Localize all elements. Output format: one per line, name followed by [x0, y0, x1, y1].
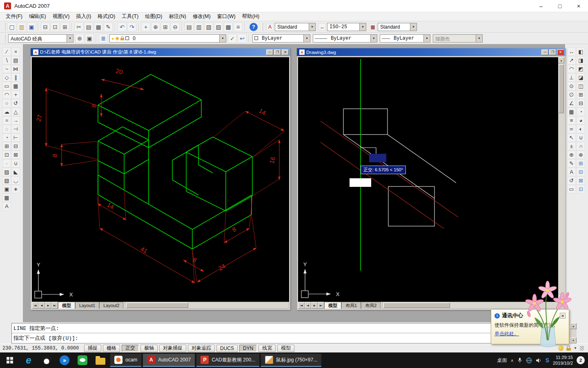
baseline-dimension-icon[interactable]: ≡	[567, 116, 576, 125]
extend-icon[interactable]: ⊢	[11, 133, 20, 142]
region-icon[interactable]: ▣	[2, 185, 11, 193]
stretch-icon[interactable]: →	[11, 116, 20, 125]
menu-item-窗口(W)[interactable]: 窗口(W)	[214, 12, 239, 21]
sogou-input-icon[interactable]: S	[546, 357, 549, 364]
status-toggle-对象捕捉[interactable]: 对象捕捉	[159, 345, 186, 352]
diameter-dimension-icon[interactable]: ∅	[567, 90, 576, 99]
zoom-window-icon[interactable]: ⊞	[161, 22, 170, 31]
explorer-icon[interactable]	[91, 352, 109, 368]
toolbar-grip[interactable]	[4, 34, 5, 43]
status-toggle-捕捉[interactable]: 捕捉	[84, 345, 101, 352]
make-block-icon[interactable]: ⊡	[2, 150, 11, 159]
start-button[interactable]	[0, 352, 20, 368]
explode-icon[interactable]: ∗	[11, 185, 20, 193]
doc-close-button[interactable]: ✕	[282, 49, 289, 55]
layer-color-swatch[interactable]	[125, 36, 129, 40]
menu-item-插入(I)[interactable]: 插入(I)	[73, 12, 94, 21]
clock[interactable]: 11:29:15 2019/10/2	[553, 355, 573, 366]
doc2-tab-布局2[interactable]: 布局2	[361, 302, 381, 309]
doc1-tab-Layout1[interactable]: Layout1	[75, 302, 99, 309]
calculator-icon[interactable]: ≡	[234, 22, 243, 31]
status-toggle-极轴[interactable]: 极轴	[140, 345, 158, 352]
doc-minimize-button[interactable]: ─	[541, 49, 548, 55]
command-input-line[interactable]: 指定下一点或 [放弃(U)]:	[12, 333, 569, 343]
chevron-down-icon[interactable]: ▼	[410, 23, 416, 31]
doc1-tab-模型[interactable]: 模型	[58, 302, 75, 309]
doc-restore-button[interactable]: ❐	[549, 49, 556, 55]
chevron-down-icon[interactable]: ▼	[309, 23, 315, 31]
hidden-icons-chevron-icon[interactable]: ∧	[510, 358, 513, 363]
offset-icon[interactable]: ∥	[11, 73, 20, 82]
area-tool-icon[interactable]: ◨	[577, 56, 585, 65]
distance-tool-icon[interactable]: ◧	[577, 47, 585, 56]
next-tab-icon[interactable]: ▶	[311, 302, 318, 309]
continue-dimension-icon[interactable]: ≍	[567, 125, 576, 133]
status-toggle-对象追踪[interactable]: 对象追踪	[188, 345, 215, 352]
layer-properties-icon[interactable]: ≣	[99, 34, 108, 43]
cut-icon[interactable]: ✂	[74, 22, 83, 31]
color-combo[interactable]: ByLayer ▼	[252, 34, 310, 43]
status-menu-arrow-icon[interactable]: ▼	[574, 346, 577, 350]
orbit-icon[interactable]: ◔	[577, 108, 585, 116]
menu-item-文件(F)[interactable]: 文件(F)	[2, 12, 26, 21]
network-globe-icon[interactable]	[526, 357, 532, 364]
region-mass-icon[interactable]: ◩	[577, 65, 585, 73]
chevron-down-icon[interactable]: ▼	[423, 35, 430, 42]
dimension-edit-icon[interactable]: ✎	[567, 159, 576, 168]
redo-icon[interactable]: ↷	[127, 22, 136, 31]
circle-icon[interactable]: ○	[2, 99, 11, 108]
zoom-realtime-icon[interactable]: ⊕	[151, 22, 160, 31]
taskbar-app-pdf[interactable]: PCAD最新教纲 200...	[196, 354, 259, 367]
maximize-button[interactable]: □	[550, 0, 569, 12]
chevron-down-icon[interactable]: ▼	[370, 35, 377, 42]
workspace-settings-icon[interactable]: ⊛	[75, 34, 84, 43]
hatch-icon[interactable]: ▨	[2, 168, 11, 176]
break-icon[interactable]: ⊠	[11, 150, 20, 159]
rotate-icon[interactable]: ↺	[11, 99, 20, 108]
menu-item-绘图(D)[interactable]: 绘图(D)	[142, 12, 165, 21]
intersect-icon[interactable]: ⊗	[577, 150, 585, 159]
open-icon[interactable]: ▥	[17, 22, 26, 31]
prev-tab-icon[interactable]: ◀	[305, 302, 311, 309]
edge-icon[interactable]: e	[20, 352, 38, 368]
doc-restore-button[interactable]: ❐	[274, 49, 281, 55]
next-tab-icon[interactable]: ▶	[45, 302, 51, 309]
dim-style-combo[interactable]: ISO-25 ▼	[327, 23, 366, 31]
break-at-point-icon[interactable]: ⊟	[11, 142, 20, 150]
taskbar-app-acad[interactable]: AAutoCAD 2007	[143, 354, 195, 367]
thunder-icon[interactable]: »	[56, 352, 74, 368]
gradient-icon[interactable]: ▧	[2, 176, 11, 185]
construction-line-icon[interactable]: ∖	[2, 56, 11, 65]
make-object-layer-current-icon[interactable]: ✓	[228, 34, 237, 43]
quick-dimension-icon[interactable]: ▦	[567, 108, 576, 116]
draworder-above-icon[interactable]: ⊠	[577, 176, 585, 185]
status-toggle-正交[interactable]: 正交	[122, 345, 139, 352]
paste-icon[interactable]: ▦	[94, 22, 103, 31]
status-toggle-栅格[interactable]: 栅格	[103, 345, 120, 352]
locate-point-icon[interactable]: ◫	[577, 82, 585, 90]
tool-palettes-icon[interactable]: ▧	[204, 22, 213, 31]
fillet-icon[interactable]: ◡	[11, 176, 20, 185]
doc1-horizontal-scrollbar[interactable]	[125, 302, 289, 309]
save-workspace-icon[interactable]: ▣	[85, 34, 94, 43]
menu-item-格式(O)[interactable]: 格式(O)	[94, 12, 118, 21]
doc2-title-bar[interactable]: A Drawing3.dwg ─ ❐ ✕	[297, 48, 566, 56]
desktop-toolbar-label[interactable]: 桌面	[497, 357, 507, 364]
ellipse-icon[interactable]: ◌	[2, 125, 11, 133]
menu-item-工具(T)[interactable]: 工具(T)	[118, 12, 142, 21]
draworder-under-icon[interactable]: ⊡	[577, 185, 585, 193]
notification-badge[interactable]: 2	[577, 356, 585, 364]
line-icon[interactable]: ∕	[2, 47, 11, 56]
render-icon[interactable]: ◕	[577, 116, 585, 125]
pan-icon[interactable]: +	[141, 22, 150, 31]
text-style-combo[interactable]: Standard ▼	[275, 23, 316, 31]
polygon-icon[interactable]: ◇	[2, 73, 11, 82]
help-icon[interactable]: ?	[249, 23, 258, 31]
volume-icon[interactable]	[536, 358, 542, 363]
prev-tab-icon[interactable]: ◀	[38, 302, 45, 309]
match-properties-icon[interactable]: ✎	[104, 22, 113, 31]
radius-dimension-icon[interactable]: ⊙	[567, 82, 576, 90]
chamfer-icon[interactable]: ◣	[11, 168, 20, 176]
layer-lock-icon[interactable]	[120, 36, 124, 40]
dimension-update-icon[interactable]: ↺	[567, 176, 576, 185]
